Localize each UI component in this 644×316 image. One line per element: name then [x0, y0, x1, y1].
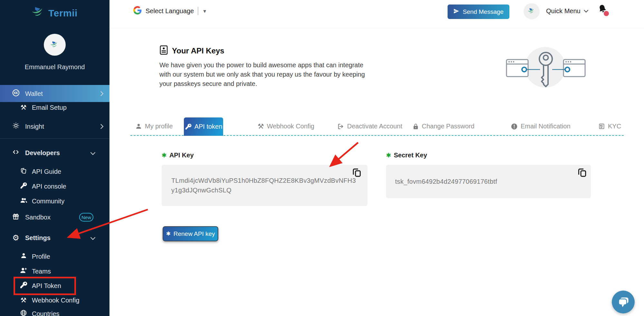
sidebar-item-api-guide[interactable]: API Guide [0, 164, 109, 179]
sidebar-item-teams[interactable]: Teams [0, 264, 109, 278]
hammer-wrench-icon: ⚒ [19, 296, 28, 304]
sidebar-item-settings[interactable]: ⚙ Settings [0, 231, 109, 245]
chevron-down-icon [584, 8, 588, 13]
brand-name: Termii [48, 8, 78, 19]
sidebar-item-label: Insight [25, 123, 44, 130]
hammer-wrench-icon: ⚒ [19, 104, 28, 111]
send-message-button[interactable]: Send Message [448, 5, 509, 19]
key-icon [185, 123, 192, 130]
copy-icon [577, 167, 587, 178]
language-selector[interactable]: Select Language ▼ [133, 5, 207, 17]
tab-label: Change Password [422, 123, 474, 130]
code-icon [12, 148, 20, 158]
chevron-down-icon [90, 235, 96, 240]
sidebar-item-label: Email Setup [32, 104, 67, 111]
tab-label: API token [194, 123, 223, 130]
api-key-value-box: TLmdi4jcWdVb8iYuPS1h0HbZ8FQHZ2E8KBv3gMVz… [162, 165, 367, 206]
tab-my-profile[interactable]: My profile [135, 117, 173, 135]
new-badge: New [79, 213, 93, 222]
sidebar-item-label: Community [32, 198, 64, 205]
sidebar-item-label: Wallet [25, 90, 43, 97]
tab-deactivate-account[interactable]: Deactivate Account [337, 117, 402, 135]
user-name: Emmanuel Raymond [0, 63, 109, 71]
termii-bird-icon [528, 8, 535, 14]
sidebar-item-webhook-config[interactable]: ⚒ Webhook Config [0, 293, 109, 307]
page-description: We have given you the power to build awe… [159, 60, 372, 88]
address-card-icon [159, 45, 168, 56]
tab-change-password[interactable]: Change Password [412, 117, 474, 135]
person-plus-icon [19, 267, 28, 276]
person-icon [19, 252, 28, 261]
sidebar-item-countries[interactable]: Countries [0, 307, 109, 316]
brand-logo[interactable]: Termii [0, 7, 109, 19]
sidebar-item-label: Settings [25, 234, 51, 242]
tab-label: Deactivate Account [347, 123, 402, 130]
green-burst-icon: ✱ [386, 152, 391, 158]
sidebar-item-label: Countries [32, 310, 60, 316]
sidebar-item-api-console[interactable]: API console [0, 179, 109, 193]
notification-bell[interactable] [597, 4, 610, 17]
language-label: Select Language [146, 7, 194, 15]
termii-bird-icon [32, 7, 45, 19]
page-head: Your API Keys [159, 45, 224, 56]
sidebar-item-developers[interactable]: Developers [0, 146, 109, 160]
white-burst-icon: ✱ [166, 230, 170, 237]
api-key-value: TLmdi4jcWdVb8iYuPS1h0HbZ8FQHZ2E8KBv3gMVz… [171, 176, 358, 195]
gear-icon: ⚙ [12, 233, 20, 242]
sidebar-item-label: Developers [25, 149, 60, 157]
copy-secret-key-button[interactable] [577, 167, 587, 178]
renew-api-key-button[interactable]: ✱ Renew API key [163, 226, 218, 241]
chevron-right-icon [99, 124, 104, 129]
sidebar-item-label: Sandbox [25, 214, 51, 221]
tab-webhook-config[interactable]: ⚒ Webhook Config [258, 117, 314, 135]
sidebar-item-insight[interactable]: Insight [0, 119, 109, 134]
person-icon [135, 123, 142, 130]
tab-email-notification[interactable]: Email Notification [511, 117, 571, 135]
copy-icon [352, 167, 362, 178]
chevron-right-icon [99, 91, 104, 96]
notification-dot [604, 11, 609, 16]
sidebar: Termii Emmanuel Raymond Wallet ⚒ Email S… [0, 0, 109, 316]
tab-label: My profile [145, 123, 173, 130]
sign-out-icon [337, 123, 344, 130]
settings-tabs: My profile API token ⚒ Webhook Config De… [109, 117, 644, 136]
secret-key-label: Secret Key [394, 152, 427, 159]
sun-icon [12, 122, 20, 131]
secret-key-label-row: ✱ Secret Key [386, 152, 427, 159]
api-key-label: API Key [169, 152, 194, 159]
sidebar-item-label: Profile [32, 253, 50, 260]
annotation-red-rectangle [14, 277, 76, 295]
sidebar-item-sandbox[interactable]: Sandbox New [0, 210, 109, 224]
copy-api-key-button[interactable] [352, 167, 362, 178]
chat-widget-button[interactable] [612, 291, 635, 313]
topbar-avatar[interactable] [524, 3, 540, 19]
hammer-wrench-icon: ⚒ [258, 122, 264, 131]
quick-menu[interactable]: Quick Menu [546, 5, 587, 17]
sidebar-item-profile[interactable]: Profile [0, 249, 109, 264]
chevron-down-icon [90, 150, 96, 155]
sidebar-item-community[interactable]: Community [0, 194, 109, 208]
dropdown-triangle-icon: ▼ [202, 8, 207, 14]
separator [198, 7, 198, 15]
gift-icon [12, 213, 20, 222]
tab-kyc[interactable]: KYC [598, 117, 621, 135]
api-key-label-row: ✱ API Key [162, 152, 194, 159]
people-icon [19, 197, 28, 206]
sidebar-item-label: API Guide [32, 168, 61, 175]
quick-menu-label: Quick Menu [546, 7, 581, 15]
secret-key-value-box: tsk_fovm6492b4d24977069176tbtf [386, 165, 591, 198]
key-icon [19, 182, 28, 191]
google-icon [133, 6, 142, 16]
sidebar-divider [0, 138, 109, 139]
sidebar-item-label: Webhook Config [32, 297, 80, 304]
tab-api-token[interactable]: API token [184, 117, 223, 136]
sidebar-item-email-setup[interactable]: ⚒ Email Setup [0, 100, 109, 115]
paper-plane-icon [453, 8, 459, 16]
pages-icon [19, 167, 28, 176]
main-content: Your API Keys We have given you the powe… [109, 28, 644, 316]
green-burst-icon: ✱ [162, 152, 167, 158]
sidebar-item-label: API console [32, 183, 66, 190]
exclamation-circle-icon [511, 123, 518, 130]
id-card-icon [598, 123, 605, 130]
sidebar-item-wallet[interactable]: Wallet [0, 85, 109, 102]
